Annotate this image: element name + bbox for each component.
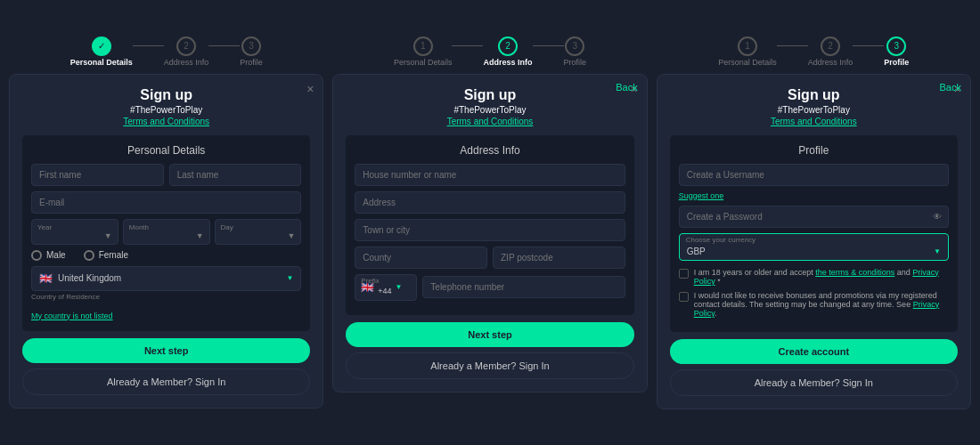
terms-link-3[interactable]: Terms and Conditions (771, 117, 857, 126)
email-input[interactable] (31, 191, 301, 214)
step-3: 3 Profile (240, 36, 263, 67)
step-circle-2: 2 (176, 36, 196, 56)
terms-link-1[interactable]: Terms and Conditions (123, 117, 209, 126)
panel-personal-details: ✓ Personal Details 2 Address Info 3 Prof… (9, 36, 323, 409)
create-account-button[interactable]: Create account (670, 339, 958, 364)
prefix-value: +44 (378, 287, 391, 295)
date-row: Year ▼ Month ▼ Day (31, 219, 301, 245)
step-label-2-2: Address Info (483, 58, 532, 67)
username-input[interactable] (679, 164, 949, 186)
step-line-2-1 (452, 45, 483, 46)
male-radio-circle (31, 250, 42, 261)
card-terms-3: Terms and Conditions (670, 117, 958, 126)
house-input[interactable] (355, 164, 625, 186)
step-label-3: Profile (240, 58, 263, 67)
step-label-2: Address Info (164, 58, 209, 67)
first-name-input[interactable] (31, 164, 164, 186)
step-2-1: 1 Personal Details (394, 36, 453, 67)
month-label: Month (129, 223, 204, 231)
prefix-select[interactable]: Prefix 🇬🇧 +44 ▼ (355, 274, 417, 301)
back-link-2[interactable]: Back (616, 82, 637, 93)
zip-input[interactable] (493, 247, 625, 269)
step-circle-2-3: 3 (565, 36, 584, 56)
signin-button-1[interactable]: Already a Member? Sign In (22, 368, 310, 395)
back-link-3[interactable]: Back (940, 82, 961, 93)
card-3: × Back Sign up #ThePowerToPlay Terms and… (657, 74, 971, 409)
country-chevron: ▼ (286, 274, 293, 282)
month-inner: ▼ (129, 231, 204, 240)
step-circle-3: 3 (241, 36, 261, 56)
eye-icon[interactable]: 👁 (933, 212, 942, 222)
country-select[interactable]: 🇬🇧 United Kingdom ▼ (31, 266, 301, 291)
close-icon-1[interactable]: × (306, 82, 314, 96)
step-2-2: 2 Address Info (483, 36, 532, 67)
female-label: Female (99, 250, 128, 260)
male-radio[interactable]: Male (31, 250, 66, 261)
currency-wrapper: Choose your currency GBP ▼ (679, 233, 949, 261)
section-box-2: Address Info Prefix 🇬🇧 +44 ▼ (346, 135, 633, 315)
checkbox-promo[interactable] (679, 292, 689, 302)
step-circle-2-1: 1 (413, 36, 433, 56)
card-1: × Sign up #ThePowerToPlay Terms and Cond… (9, 74, 323, 409)
month-chevron: ▼ (196, 231, 204, 240)
female-radio-circle (84, 250, 94, 261)
day-label: Day (221, 223, 296, 231)
year-select[interactable]: Year ▼ (31, 219, 118, 245)
step-3-2: 2 Address Info (808, 36, 853, 67)
male-label: Male (46, 250, 66, 260)
next-step-button-2[interactable]: Next step (346, 322, 633, 347)
terms-link-2[interactable]: Terms and Conditions (447, 117, 534, 126)
step-circle-1: ✓ (92, 36, 111, 56)
card-title-1: Sign up (22, 87, 310, 103)
last-name-input[interactable] (169, 164, 302, 186)
step-label-3-2: Address Info (808, 58, 853, 67)
female-radio[interactable]: Female (84, 250, 128, 261)
step-line-2-2 (533, 45, 564, 46)
card-subtitle-2: #ThePowerToPlay (346, 105, 633, 115)
town-input[interactable] (355, 219, 625, 241)
address-input[interactable] (355, 191, 625, 214)
card-title-3: Sign up (670, 87, 958, 103)
step-circle-2-2: 2 (498, 36, 518, 56)
card-subtitle-3: #ThePowerToPlay (670, 105, 958, 115)
step-2-3: 3 Profile (564, 36, 587, 67)
prefix-chevron: ▼ (396, 283, 403, 291)
currency-chevron: ▼ (934, 247, 941, 255)
section-box-3: Profile Suggest one 👁 Choose your curren… (670, 135, 958, 332)
checkbox-terms[interactable] (679, 269, 689, 279)
step-2: 2 Address Info (164, 36, 209, 67)
section-box-1: Personal Details Year ▼ Month (22, 135, 310, 331)
county-input[interactable] (355, 247, 487, 269)
checkbox2-text: I would not like to receive bonuses and … (694, 291, 937, 309)
step-3-1: 1 Personal Details (718, 36, 777, 67)
currency-label: Choose your currency (686, 236, 755, 244)
country-left: 🇬🇧 United Kingdom (39, 272, 121, 285)
panel-profile: 1 Personal Details 2 Address Info 3 Prof… (657, 36, 971, 409)
next-step-button-1[interactable]: Next step (22, 338, 310, 363)
panel-address-info: 1 Personal Details 2 Address Info 3 Prof… (332, 36, 647, 409)
step-line-3-1 (777, 45, 808, 46)
year-label: Year (37, 223, 112, 231)
terms-conditions-link[interactable]: the terms & conditions (815, 268, 894, 277)
day-inner: ▼ (221, 231, 296, 240)
step-1: ✓ Personal Details (70, 36, 133, 67)
signin-button-2[interactable]: Already a Member? Sign In (346, 352, 633, 379)
my-country-link[interactable]: My country is not listed (31, 312, 113, 320)
uk-flag: 🇬🇧 (39, 272, 53, 285)
stepper-2: 1 Personal Details 2 Address Info 3 Prof… (394, 36, 586, 67)
card-terms-1: Terms and Conditions (22, 117, 310, 126)
password-input[interactable] (679, 206, 949, 228)
password-wrapper: 👁 (679, 206, 949, 228)
step-line-3-2 (853, 45, 884, 46)
step-circle-3-3: 3 (886, 36, 906, 56)
step-label-3-1: Personal Details (718, 58, 777, 67)
month-select[interactable]: Month ▼ (123, 219, 210, 245)
day-select[interactable]: Day ▼ (215, 219, 302, 245)
card-2: × Back Sign up #ThePowerToPlay Terms and… (332, 74, 647, 392)
name-row (31, 164, 301, 186)
country-label: Country of Residence (31, 293, 301, 301)
suggest-link[interactable]: Suggest one (679, 191, 949, 200)
tel-input[interactable] (422, 276, 625, 298)
signin-button-3[interactable]: Already a Member? Sign In (670, 369, 958, 396)
step-label-1: Personal Details (70, 58, 133, 67)
